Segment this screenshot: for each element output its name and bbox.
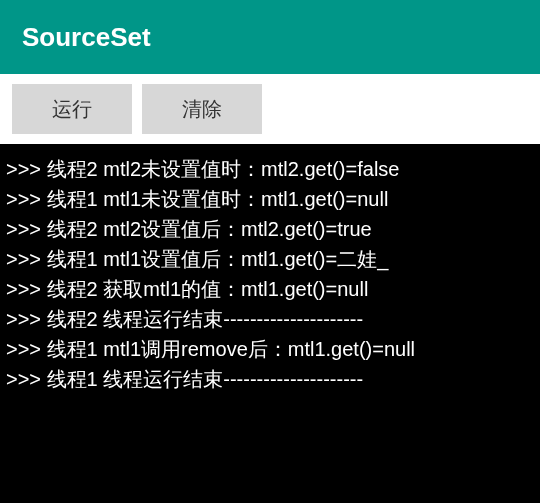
- app-title: SourceSet: [22, 22, 151, 53]
- run-button[interactable]: 运行: [12, 84, 132, 134]
- clear-button[interactable]: 清除: [142, 84, 262, 134]
- console-line: >>> 线程2 mtl2设置值后：mtl2.get()=true: [6, 214, 534, 244]
- console-line: >>> 线程1 线程运行结束---------------------: [6, 364, 534, 394]
- console-line: >>> 线程2 获取mtl1的值：mtl1.get()=null: [6, 274, 534, 304]
- app-bar: SourceSet: [0, 0, 540, 74]
- console-line: >>> 线程1 mtl1调用remove后：mtl1.get()=null: [6, 334, 534, 364]
- console-line: >>> 线程1 mtl1未设置值时：mtl1.get()=null: [6, 184, 534, 214]
- button-bar: 运行 清除: [0, 74, 540, 144]
- console-line: >>> 线程2 mtl2未设置值时：mtl2.get()=false: [6, 154, 534, 184]
- console-output: >>> 线程2 mtl2未设置值时：mtl2.get()=false >>> 线…: [0, 144, 540, 503]
- console-line: >>> 线程2 线程运行结束---------------------: [6, 304, 534, 334]
- console-line: >>> 线程1 mtl1设置值后：mtl1.get()=二娃_: [6, 244, 534, 274]
